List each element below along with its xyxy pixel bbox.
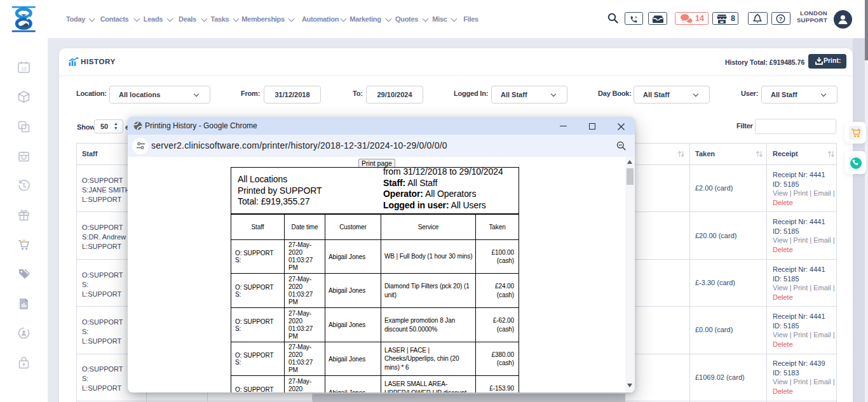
- svg-text:12: 12: [21, 66, 26, 72]
